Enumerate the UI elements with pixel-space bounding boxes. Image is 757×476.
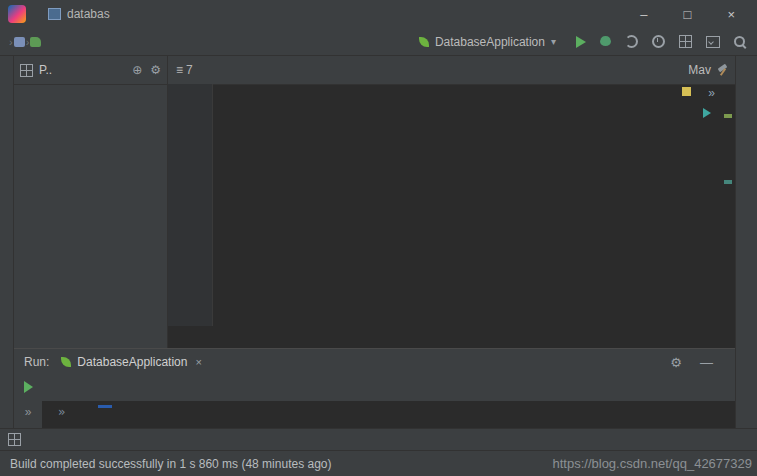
close-tab-icon[interactable]: × — [195, 356, 201, 368]
project-view-icon — [20, 64, 33, 77]
editor-breadcrumbs — [168, 326, 735, 348]
project-panel-actions: ⊕ ⚙ — [132, 63, 161, 77]
status-message: Build completed successfully in 1 s 860 … — [10, 457, 332, 471]
project-tree — [14, 85, 167, 87]
double-chevron-icon[interactable]: » — [708, 86, 715, 100]
spring-boot-icon — [419, 37, 429, 47]
run-configuration-tab[interactable]: DatabaseApplication × — [61, 355, 202, 369]
console-output[interactable]: » — [42, 401, 735, 428]
run-panel-toolbar: » — [14, 375, 42, 428]
hidden-tabs-count: 7 — [186, 63, 193, 77]
coverage-button[interactable] — [625, 35, 638, 48]
intellij-logo-icon — [8, 5, 26, 23]
editor-tab-bar: ≡ 7 Mav — [168, 56, 735, 85]
settings-gear-icon[interactable]: ⚙ — [670, 355, 682, 370]
left-stripe — [0, 56, 14, 428]
double-chevron-icon[interactable]: » — [25, 405, 32, 419]
project-panel-header: P.. ⊕ ⚙ — [14, 56, 167, 85]
run-view-tabs — [14, 375, 735, 401]
window-title: databas — [67, 7, 110, 21]
code-area[interactable] — [168, 84, 735, 326]
tool-window-bar — [0, 428, 757, 450]
resume-icon[interactable] — [703, 108, 711, 118]
run-panel-title: Run: — [24, 355, 49, 369]
run-panel-header: Run: DatabaseApplication × ⚙ — — [14, 349, 735, 375]
chevron-separator-icon: › — [9, 36, 13, 48]
tool-windows-icon[interactable] — [679, 35, 692, 48]
list-icon: ≡ — [176, 63, 183, 77]
console-line — [98, 405, 112, 408]
wrench-icon[interactable] — [30, 37, 41, 47]
window-icon — [48, 8, 61, 20]
error-stripe-mark[interactable] — [724, 114, 732, 118]
navigation-bar: › › DatabaseApplication ▾ — [0, 28, 757, 56]
run-tab-label: DatabaseApplication — [77, 355, 187, 369]
settings-gear-icon[interactable]: ⚙ — [150, 63, 161, 77]
run-tool-window: Run: DatabaseApplication × ⚙ — » » — [14, 348, 735, 428]
locate-file-icon[interactable]: ⊕ — [132, 63, 142, 77]
search-everywhere-icon[interactable] — [734, 36, 745, 47]
error-stripe-mark[interactable] — [724, 180, 732, 184]
debug-button[interactable] — [600, 37, 611, 46]
maven-corner-button[interactable]: Mav — [688, 56, 735, 84]
chevron-separator-icon: › — [26, 36, 30, 48]
inspection-indicator[interactable] — [682, 87, 691, 96]
run-button[interactable] — [576, 36, 586, 48]
minimize-button[interactable]: – — [640, 7, 647, 22]
run-configuration-name: DatabaseApplication — [435, 35, 545, 49]
window-controls: – □ × — [640, 7, 749, 22]
project-tool-window: P.. ⊕ ⚙ — [14, 56, 168, 348]
toolwindow-switcher-icon[interactable] — [8, 433, 21, 446]
run-configuration-select[interactable]: DatabaseApplication ▾ — [413, 33, 562, 51]
maven-corner-label: Mav — [688, 63, 711, 77]
close-button[interactable]: × — [727, 7, 735, 22]
right-stripe — [735, 56, 757, 428]
intellij-idea-window: databas – □ × › › DatabaseApplication ▾ — [0, 0, 757, 476]
package-icon[interactable] — [14, 37, 25, 47]
watermark: https://blog.csdn.net/qq_42677329 — [553, 456, 753, 471]
toolbar-run-group: DatabaseApplication ▾ — [413, 33, 749, 51]
hide-panel-icon[interactable]: — — [700, 355, 713, 370]
hidden-tabs-button[interactable]: ≡ 7 — [168, 56, 201, 84]
chevron-down-icon: ▾ — [551, 36, 556, 47]
maximize-button[interactable]: □ — [684, 7, 692, 22]
run-panel-actions: ⚙ — — [670, 355, 735, 370]
editor: ≡ 7 Mav » — [168, 56, 735, 348]
fold-marker-icon[interactable]: » — [58, 405, 65, 419]
spring-boot-icon — [61, 357, 71, 367]
rerun-button[interactable] — [24, 381, 33, 393]
terminal-icon[interactable] — [706, 36, 720, 48]
project-panel-title[interactable]: P.. — [39, 63, 52, 77]
build-hammer-icon — [716, 64, 729, 77]
profiler-button[interactable] — [652, 35, 665, 48]
title-bar: databas – □ × — [0, 0, 757, 28]
